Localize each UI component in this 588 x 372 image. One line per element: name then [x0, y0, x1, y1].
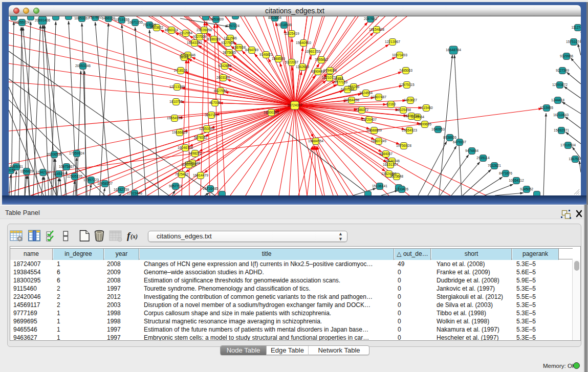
svg-text:15136141: 15136141 — [372, 184, 387, 188]
svg-text:9115460: 9115460 — [420, 106, 433, 110]
svg-text:1244418: 1244418 — [551, 98, 564, 102]
svg-text:12342737: 12342737 — [35, 170, 51, 174]
svg-text:18807249: 18807249 — [371, 139, 386, 143]
svg-text:(x): (x) — [130, 233, 138, 240]
svg-text:17957223: 17957223 — [83, 178, 99, 182]
svg-text:6466160: 6466160 — [102, 16, 115, 20]
svg-text:3912954: 3912954 — [179, 31, 192, 35]
svg-text:8660124: 8660124 — [165, 28, 178, 32]
svg-text:16409349: 16409349 — [181, 163, 197, 166]
svg-text:3498222: 3498222 — [188, 151, 202, 155]
svg-text:2718126: 2718126 — [174, 69, 187, 72]
svg-text:7663822: 7663822 — [150, 26, 163, 29]
svg-text:17359924: 17359924 — [69, 151, 84, 155]
svg-text:12213389: 12213389 — [169, 85, 185, 89]
svg-text:1810755: 1810755 — [169, 100, 183, 103]
svg-text:15720407: 15720407 — [361, 118, 377, 121]
svg-text:16151327: 16151327 — [383, 163, 398, 166]
svg-text:1362615: 1362615 — [296, 65, 309, 69]
svg-text:15640910: 15640910 — [296, 41, 311, 45]
svg-text:15751074: 15751074 — [566, 40, 581, 43]
svg-text:16053809: 16053809 — [208, 17, 224, 21]
svg-text:19166829: 19166829 — [172, 130, 187, 134]
svg-text:16648784: 16648784 — [446, 48, 461, 52]
svg-text:7625402: 7625402 — [175, 172, 188, 176]
svg-text:16210643: 16210643 — [553, 113, 569, 117]
svg-text:114519: 114519 — [53, 172, 64, 176]
svg-text:1112744: 1112744 — [571, 26, 581, 29]
svg-text:16914479: 16914479 — [193, 173, 208, 177]
svg-text:9242848: 9242848 — [218, 64, 231, 68]
svg-text:16055724: 16055724 — [14, 20, 30, 24]
svg-text:18300295: 18300295 — [264, 111, 279, 114]
svg-text:20691406: 20691406 — [35, 18, 50, 22]
svg-text:6497568: 6497568 — [341, 87, 354, 91]
svg-text:16046766: 16046766 — [178, 146, 193, 149]
svg-text:12093872: 12093872 — [552, 83, 568, 86]
svg-text:39154: 39154 — [9, 168, 16, 172]
svg-text:11325419: 11325419 — [284, 32, 299, 35]
svg-text:2935114: 2935114 — [476, 156, 490, 160]
svg-text:15716485: 15716485 — [203, 187, 218, 190]
svg-text:8186328: 8186328 — [207, 37, 221, 41]
svg-text:19384554: 19384554 — [308, 139, 323, 143]
svg-text:9227349: 9227349 — [556, 69, 569, 72]
svg-text:5878332: 5878332 — [194, 136, 207, 139]
svg-text:8471676: 8471676 — [499, 171, 512, 175]
svg-text:2367608: 2367608 — [232, 46, 246, 49]
svg-text:10807487: 10807487 — [371, 95, 386, 99]
svg-text:9699695: 9699695 — [418, 122, 431, 126]
svg-text:7955812: 7955812 — [315, 58, 328, 61]
svg-text:8813054: 8813054 — [268, 16, 281, 19]
svg-text:9084067: 9084067 — [379, 152, 393, 156]
svg-text:5322037: 5322037 — [285, 60, 298, 64]
svg-text:1156829: 1156829 — [20, 169, 33, 173]
svg-text:16154808: 16154808 — [369, 28, 384, 31]
svg-text:16671355: 16671355 — [127, 20, 143, 24]
svg-text:20053346: 20053346 — [75, 64, 91, 68]
svg-text:9329966: 9329966 — [560, 54, 573, 58]
svg-text:8427552: 8427552 — [214, 89, 227, 93]
svg-text:8938926: 8938926 — [443, 136, 456, 139]
svg-text:10653267: 10653267 — [74, 16, 90, 20]
svg-text:2603144: 2603144 — [216, 76, 230, 79]
svg-text:3875685: 3875685 — [223, 51, 236, 54]
svg-text:17016504: 17016504 — [560, 143, 576, 147]
svg-text:6479197: 6479197 — [453, 140, 466, 144]
svg-text:12505135: 12505135 — [67, 174, 82, 178]
svg-text:1527602: 1527602 — [89, 16, 102, 19]
svg-text:9777169: 9777169 — [334, 80, 347, 84]
svg-text:12213967: 12213967 — [385, 40, 400, 43]
svg-text:1811546: 1811546 — [224, 36, 237, 40]
svg-text:10688609: 10688609 — [366, 128, 382, 132]
svg-text:10961755: 10961755 — [305, 50, 320, 53]
svg-text:1733426: 1733426 — [395, 187, 408, 191]
svg-text:2523648: 2523648 — [390, 174, 403, 178]
svg-text:1640953: 1640953 — [431, 127, 445, 131]
svg-text:16782759: 16782759 — [114, 188, 129, 191]
svg-text:9474444: 9474444 — [465, 149, 478, 152]
svg-text:16543382: 16543382 — [187, 41, 202, 45]
svg-text:3267110: 3267110 — [205, 113, 218, 117]
svg-text:7485063: 7485063 — [399, 69, 412, 72]
svg-text:15692971: 15692971 — [554, 128, 569, 132]
svg-text:20364436: 20364436 — [344, 98, 359, 102]
svg-text:7386372: 7386372 — [355, 108, 368, 112]
svg-text:1588520: 1588520 — [272, 57, 285, 60]
svg-text:10025458: 10025458 — [396, 108, 411, 112]
svg-text:16120746: 16120746 — [384, 159, 400, 163]
svg-text:9245052: 9245052 — [520, 187, 533, 191]
svg-text:8215955: 8215955 — [540, 106, 553, 110]
svg-text:62160: 62160 — [386, 102, 396, 106]
svg-text:10958107: 10958107 — [97, 182, 113, 185]
svg-text:9327509: 9327509 — [193, 35, 206, 38]
svg-text:19654955: 19654955 — [167, 116, 182, 120]
svg-text:98961: 98961 — [180, 55, 189, 59]
svg-text:417006: 417006 — [209, 101, 221, 104]
svg-text:9327508: 9327508 — [221, 41, 234, 45]
svg-text:12975115: 12975115 — [399, 83, 415, 86]
svg-text:19654923: 19654923 — [402, 128, 417, 132]
svg-text:9794028: 9794028 — [323, 69, 337, 72]
svg-text:9857791: 9857791 — [169, 184, 182, 188]
svg-text:10973493: 10973493 — [392, 53, 407, 57]
